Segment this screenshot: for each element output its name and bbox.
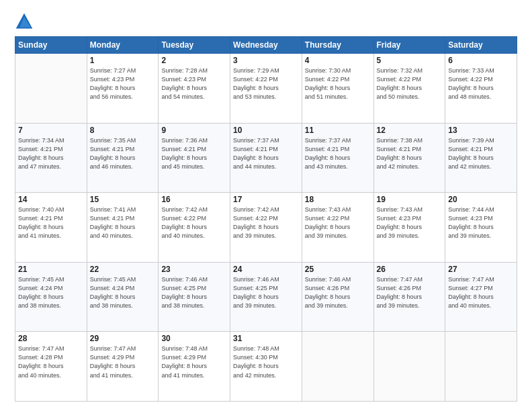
calendar-cell: 20Sunrise: 7:44 AMSunset: 4:23 PMDayligh… bbox=[445, 193, 517, 263]
day-number: 15 bbox=[90, 195, 156, 204]
day-info: Sunrise: 7:43 AMSunset: 4:23 PMDaylight:… bbox=[377, 205, 443, 240]
calendar-cell bbox=[15, 54, 87, 124]
calendar-cell: 21Sunrise: 7:45 AMSunset: 4:24 PMDayligh… bbox=[15, 262, 87, 332]
logo-icon bbox=[15, 12, 34, 31]
day-number: 29 bbox=[90, 334, 156, 343]
day-info: Sunrise: 7:45 AMSunset: 4:24 PMDaylight:… bbox=[18, 275, 84, 310]
calendar-cell: 29Sunrise: 7:47 AMSunset: 4:29 PMDayligh… bbox=[87, 332, 159, 402]
day-number: 16 bbox=[161, 195, 227, 204]
day-info: Sunrise: 7:37 AMSunset: 4:21 PMDaylight:… bbox=[233, 136, 299, 171]
day-number: 26 bbox=[377, 265, 443, 274]
calendar-cell: 4Sunrise: 7:30 AMSunset: 4:22 PMDaylight… bbox=[302, 54, 373, 124]
day-number: 7 bbox=[18, 126, 84, 135]
day-number: 17 bbox=[233, 195, 299, 204]
calendar-cell: 26Sunrise: 7:47 AMSunset: 4:26 PMDayligh… bbox=[373, 262, 445, 332]
calendar-cell: 30Sunrise: 7:48 AMSunset: 4:29 PMDayligh… bbox=[159, 332, 230, 402]
day-number: 19 bbox=[377, 195, 443, 204]
calendar-week-row: 21Sunrise: 7:45 AMSunset: 4:24 PMDayligh… bbox=[15, 262, 517, 332]
day-info: Sunrise: 7:43 AMSunset: 4:22 PMDaylight:… bbox=[305, 205, 371, 240]
day-info: Sunrise: 7:27 AMSunset: 4:23 PMDaylight:… bbox=[90, 66, 156, 101]
calendar-cell: 27Sunrise: 7:47 AMSunset: 4:27 PMDayligh… bbox=[445, 262, 517, 332]
header-row: SundayMondayTuesdayWednesdayThursdayFrid… bbox=[15, 37, 517, 54]
calendar-cell: 1Sunrise: 7:27 AMSunset: 4:23 PMDaylight… bbox=[87, 54, 159, 124]
calendar-week-row: 1Sunrise: 7:27 AMSunset: 4:23 PMDaylight… bbox=[15, 54, 517, 124]
calendar-cell: 7Sunrise: 7:34 AMSunset: 4:21 PMDaylight… bbox=[15, 123, 87, 193]
day-number: 27 bbox=[448, 265, 514, 274]
calendar-cell: 24Sunrise: 7:46 AMSunset: 4:25 PMDayligh… bbox=[230, 262, 302, 332]
calendar-cell: 5Sunrise: 7:32 AMSunset: 4:22 PMDaylight… bbox=[373, 54, 445, 124]
day-info: Sunrise: 7:48 AMSunset: 4:29 PMDaylight:… bbox=[161, 345, 227, 379]
calendar-cell: 3Sunrise: 7:29 AMSunset: 4:22 PMDaylight… bbox=[230, 54, 302, 124]
day-info: Sunrise: 7:46 AMSunset: 4:25 PMDaylight:… bbox=[161, 275, 227, 310]
calendar-cell: 16Sunrise: 7:42 AMSunset: 4:22 PMDayligh… bbox=[159, 193, 230, 263]
day-info: Sunrise: 7:47 AMSunset: 4:29 PMDaylight:… bbox=[90, 345, 156, 379]
day-info: Sunrise: 7:41 AMSunset: 4:21 PMDaylight:… bbox=[90, 205, 156, 240]
day-header-sunday: Sunday bbox=[15, 37, 87, 54]
day-info: Sunrise: 7:47 AMSunset: 4:27 PMDaylight:… bbox=[448, 275, 514, 310]
day-number: 20 bbox=[448, 195, 514, 204]
day-info: Sunrise: 7:42 AMSunset: 4:22 PMDaylight:… bbox=[161, 205, 227, 240]
calendar-cell: 8Sunrise: 7:35 AMSunset: 4:21 PMDaylight… bbox=[87, 123, 159, 193]
day-number: 6 bbox=[448, 56, 514, 65]
calendar-body: 1Sunrise: 7:27 AMSunset: 4:23 PMDaylight… bbox=[15, 54, 517, 402]
day-number: 3 bbox=[233, 56, 299, 65]
calendar-table: SundayMondayTuesdayWednesdayThursdayFrid… bbox=[15, 36, 517, 402]
logo bbox=[15, 12, 36, 31]
calendar-cell: 2Sunrise: 7:28 AMSunset: 4:23 PMDaylight… bbox=[159, 54, 230, 124]
day-number: 21 bbox=[18, 265, 84, 274]
calendar-cell: 23Sunrise: 7:46 AMSunset: 4:25 PMDayligh… bbox=[159, 262, 230, 332]
day-info: Sunrise: 7:46 AMSunset: 4:26 PMDaylight:… bbox=[305, 275, 371, 310]
calendar-cell: 6Sunrise: 7:33 AMSunset: 4:22 PMDaylight… bbox=[445, 54, 517, 124]
day-header-friday: Friday bbox=[373, 37, 445, 54]
calendar-cell bbox=[302, 332, 373, 402]
calendar-week-row: 28Sunrise: 7:47 AMSunset: 4:28 PMDayligh… bbox=[15, 332, 517, 402]
calendar-cell: 28Sunrise: 7:47 AMSunset: 4:28 PMDayligh… bbox=[15, 332, 87, 402]
day-header-wednesday: Wednesday bbox=[230, 37, 302, 54]
calendar-cell: 17Sunrise: 7:42 AMSunset: 4:22 PMDayligh… bbox=[230, 193, 302, 263]
day-number: 11 bbox=[305, 126, 371, 135]
calendar-cell bbox=[373, 332, 445, 402]
day-number: 4 bbox=[305, 56, 371, 65]
day-header-tuesday: Tuesday bbox=[159, 37, 230, 54]
day-number: 2 bbox=[161, 56, 227, 65]
day-info: Sunrise: 7:30 AMSunset: 4:22 PMDaylight:… bbox=[305, 66, 371, 101]
day-number: 25 bbox=[305, 265, 371, 274]
day-number: 14 bbox=[18, 195, 84, 204]
day-number: 5 bbox=[377, 56, 443, 65]
calendar-cell: 14Sunrise: 7:40 AMSunset: 4:21 PMDayligh… bbox=[15, 193, 87, 263]
day-info: Sunrise: 7:28 AMSunset: 4:23 PMDaylight:… bbox=[161, 66, 227, 101]
day-info: Sunrise: 7:35 AMSunset: 4:21 PMDaylight:… bbox=[90, 136, 156, 171]
day-info: Sunrise: 7:46 AMSunset: 4:25 PMDaylight:… bbox=[233, 275, 299, 310]
day-info: Sunrise: 7:42 AMSunset: 4:22 PMDaylight:… bbox=[233, 205, 299, 240]
day-number: 24 bbox=[233, 265, 299, 274]
day-info: Sunrise: 7:29 AMSunset: 4:22 PMDaylight:… bbox=[233, 66, 299, 101]
day-info: Sunrise: 7:47 AMSunset: 4:28 PMDaylight:… bbox=[18, 345, 84, 379]
day-info: Sunrise: 7:44 AMSunset: 4:23 PMDaylight:… bbox=[448, 205, 514, 240]
day-number: 30 bbox=[161, 334, 227, 343]
day-info: Sunrise: 7:32 AMSunset: 4:22 PMDaylight:… bbox=[377, 66, 443, 101]
calendar-cell bbox=[445, 332, 517, 402]
day-info: Sunrise: 7:34 AMSunset: 4:21 PMDaylight:… bbox=[18, 136, 84, 171]
calendar-week-row: 14Sunrise: 7:40 AMSunset: 4:21 PMDayligh… bbox=[15, 193, 517, 263]
day-info: Sunrise: 7:39 AMSunset: 4:21 PMDaylight:… bbox=[448, 136, 514, 171]
header bbox=[15, 12, 517, 31]
calendar-cell: 18Sunrise: 7:43 AMSunset: 4:22 PMDayligh… bbox=[302, 193, 373, 263]
calendar-header: SundayMondayTuesdayWednesdayThursdayFrid… bbox=[15, 37, 517, 54]
calendar-cell: 9Sunrise: 7:36 AMSunset: 4:21 PMDaylight… bbox=[159, 123, 230, 193]
day-info: Sunrise: 7:40 AMSunset: 4:21 PMDaylight:… bbox=[18, 205, 84, 240]
day-info: Sunrise: 7:38 AMSunset: 4:21 PMDaylight:… bbox=[377, 136, 443, 171]
day-header-monday: Monday bbox=[87, 37, 159, 54]
day-number: 28 bbox=[18, 334, 84, 343]
day-number: 23 bbox=[161, 265, 227, 274]
day-number: 12 bbox=[377, 126, 443, 135]
page: SundayMondayTuesdayWednesdayThursdayFrid… bbox=[0, 0, 532, 411]
calendar-cell: 19Sunrise: 7:43 AMSunset: 4:23 PMDayligh… bbox=[373, 193, 445, 263]
day-number: 9 bbox=[161, 126, 227, 135]
day-info: Sunrise: 7:45 AMSunset: 4:24 PMDaylight:… bbox=[90, 275, 156, 310]
calendar-cell: 25Sunrise: 7:46 AMSunset: 4:26 PMDayligh… bbox=[302, 262, 373, 332]
day-number: 10 bbox=[233, 126, 299, 135]
day-info: Sunrise: 7:47 AMSunset: 4:26 PMDaylight:… bbox=[377, 275, 443, 310]
day-number: 13 bbox=[448, 126, 514, 135]
calendar-cell: 10Sunrise: 7:37 AMSunset: 4:21 PMDayligh… bbox=[230, 123, 302, 193]
calendar-cell: 13Sunrise: 7:39 AMSunset: 4:21 PMDayligh… bbox=[445, 123, 517, 193]
